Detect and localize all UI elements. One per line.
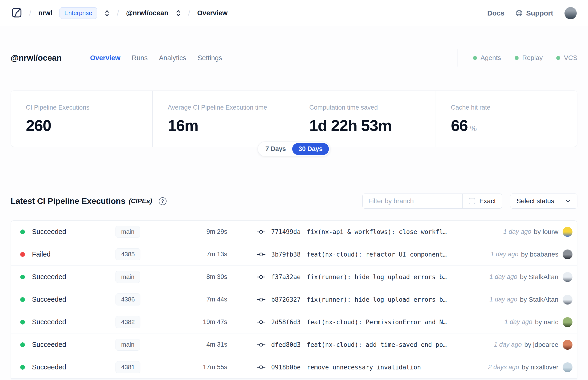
unfold-icon — [175, 10, 181, 17]
cipe-commit-cell: b8726327 fix(runner): hide log upload er… — [257, 296, 447, 303]
commit-hash[interactable]: f37a32ae — [271, 273, 301, 281]
cipe-meta-cell: 1 day ago by nartc — [505, 317, 577, 327]
cipe-table: Succeeded main 9m 29s 771499da fix(nx-ap… — [11, 220, 577, 379]
stat-computation-time-saved: Computation time saved 1d 22h 53m — [294, 91, 436, 147]
breadcrumb-workspace[interactable]: @nrwl/ocean — [126, 9, 168, 17]
help-circle-icon[interactable]: ? — [159, 197, 167, 205]
cipe-meta-cell: 1 day ago by jdpearce — [494, 340, 577, 350]
stats-cards: CI Pipeline Executions 260 Average CI Pi… — [11, 91, 577, 147]
lifebuoy-icon — [515, 9, 523, 17]
git-commit-icon — [257, 364, 266, 370]
branch-badge[interactable]: main — [115, 226, 140, 238]
cipe-status-cell: Succeeded — [11, 273, 115, 281]
status-dot — [20, 320, 25, 324]
docs-link[interactable]: Docs — [487, 9, 505, 17]
commit-hash[interactable]: 3b79fb38 — [271, 251, 301, 258]
author-avatar[interactable] — [563, 340, 572, 350]
git-commit-icon — [257, 229, 266, 235]
author-avatar[interactable] — [563, 272, 572, 282]
git-commit-icon — [257, 342, 266, 348]
nx-cloud-logo[interactable] — [11, 7, 22, 19]
stat-average-execution-time: Average CI Pipeline Execution time 16m — [152, 91, 294, 147]
workspace-switcher-button[interactable] — [175, 10, 181, 17]
author-avatar[interactable] — [563, 362, 572, 372]
commit-hash[interactable]: b8726327 — [271, 296, 301, 303]
cipe-branch-cell: 4386 — [115, 293, 181, 305]
exact-checkbox[interactable] — [469, 198, 475, 204]
green-dot-icon — [473, 56, 477, 60]
cipe-duration: 19m 47s — [181, 318, 227, 326]
cipe-row[interactable]: Failed 4385 7m 13s 3b79fb38 feat(nx-clou… — [11, 243, 577, 266]
period-30-days[interactable]: 30 Days — [292, 143, 329, 155]
cipe-row[interactable]: Succeeded main 4m 31s dfed80d3 feat(nx-c… — [11, 333, 577, 356]
author: by StalkAltan — [520, 273, 558, 281]
time-ago: 1 day ago — [505, 318, 532, 326]
commit-hash[interactable]: dfed80d3 — [271, 341, 301, 348]
org-switcher-button[interactable] — [104, 10, 110, 17]
commit-message: feat(nx-cloud): refactor UI component… — [307, 251, 447, 258]
cipe-branch-cell: 4385 — [115, 248, 181, 260]
percent-unit: % — [470, 124, 477, 133]
breadcrumb-org[interactable]: nrwl — [38, 9, 53, 17]
commit-message: fix(runner): hide log upload errors b… — [307, 273, 447, 281]
git-commit-icon — [257, 297, 266, 303]
author: by StalkAltan — [520, 296, 558, 303]
branch-badge[interactable]: 4381 — [115, 361, 140, 373]
commit-hash[interactable]: 0918b0be — [271, 364, 301, 371]
cipe-status-cell: Succeeded — [11, 228, 115, 236]
commit-hash[interactable]: 2d58f6d3 — [271, 319, 301, 326]
status-agents: Agents — [473, 54, 501, 62]
divider — [76, 49, 76, 67]
cipe-row[interactable]: Succeeded main 8m 30s f37a32ae fix(runne… — [11, 266, 577, 288]
workspace-header: @nrwl/ocean Overview Runs Analytics Sett… — [11, 47, 577, 69]
status-dot — [20, 365, 25, 370]
cipe-status-cell: Succeeded — [11, 296, 115, 303]
status-dot — [20, 252, 25, 257]
cipe-row[interactable]: Succeeded 4381 17m 55s 0918b0be remove u… — [11, 356, 577, 379]
author: by bcabanes — [521, 251, 558, 258]
author: by nartc — [535, 318, 558, 326]
period-7-days[interactable]: 7 Days — [259, 143, 292, 155]
cipe-meta-cell: 1 day ago by StalkAltan — [490, 295, 577, 304]
green-dot-icon — [556, 56, 560, 60]
period-toggle: 7 Days 30 Days — [258, 142, 330, 156]
author: by lourw — [534, 228, 558, 236]
workspace-tabs: Overview Runs Analytics Settings — [90, 54, 222, 62]
author-avatar[interactable] — [563, 295, 572, 304]
tab-settings[interactable]: Settings — [198, 54, 222, 62]
cipe-duration: 8m 30s — [181, 273, 227, 281]
cipe-meta-cell: 2 days ago by nixallover — [488, 362, 577, 372]
exact-match-toggle[interactable]: Exact — [462, 194, 502, 208]
breadcrumb-separator: / — [188, 9, 190, 18]
branch-badge[interactable]: 4385 — [115, 248, 140, 260]
tab-overview[interactable]: Overview — [90, 54, 120, 62]
time-ago: 1 day ago — [503, 228, 531, 235]
cipe-duration: 4m 31s — [181, 341, 227, 348]
support-link[interactable]: Support — [515, 9, 553, 17]
cipe-commit-cell: dfed80d3 feat(nx-cloud): add time-saved … — [257, 341, 447, 348]
author-avatar[interactable] — [563, 317, 572, 327]
status-select[interactable]: Select status — [510, 193, 577, 209]
cipe-row[interactable]: Succeeded 4386 7m 44s b8726327 fix(runne… — [11, 288, 577, 311]
cipe-status-cell: Succeeded — [11, 318, 115, 326]
user-avatar[interactable] — [565, 7, 577, 19]
author-avatar[interactable] — [563, 227, 572, 237]
branch-badge[interactable]: main — [115, 339, 140, 351]
cipe-branch-cell: 4382 — [115, 316, 181, 328]
tab-analytics[interactable]: Analytics — [159, 54, 186, 62]
cipe-row[interactable]: Succeeded main 9m 29s 771499da fix(nx-ap… — [11, 221, 577, 243]
cipe-duration: 7m 44s — [181, 296, 227, 303]
branch-filter-group: Exact — [362, 193, 502, 209]
branch-filter-input[interactable] — [363, 194, 462, 208]
branch-badge[interactable]: main — [115, 271, 140, 283]
cipe-row[interactable]: Succeeded 4382 19m 47s 2d58f6d3 feat(nx-… — [11, 311, 577, 333]
author-avatar[interactable] — [563, 249, 572, 259]
page-title: @nrwl/ocean — [11, 53, 62, 62]
branch-badge[interactable]: 4386 — [115, 293, 140, 305]
breadcrumb: / nrwl Enterprise / @nrwl/ocean / Overvi… — [11, 7, 228, 19]
navbar-actions: Docs Support — [487, 7, 577, 19]
commit-hash[interactable]: 771499da — [271, 228, 301, 235]
tab-runs[interactable]: Runs — [132, 54, 148, 62]
branch-badge[interactable]: 4382 — [115, 316, 140, 328]
cipes-title: Latest CI Pipeline Executions — [11, 196, 125, 206]
